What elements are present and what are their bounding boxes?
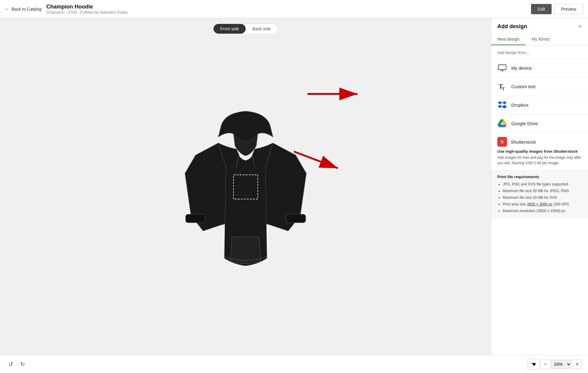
my-device-icon	[497, 63, 507, 73]
back-label: Back to Catalog	[12, 7, 42, 12]
print-req-item: JPG, PNG and SVG file types supported	[503, 182, 582, 187]
main-layout: Front side Back side	[0, 18, 588, 355]
print-req-item: Maximum file size 20 MB for SVG	[503, 195, 582, 200]
my-device-option[interactable]: My device	[491, 58, 588, 77]
google-drive-label: Google Drive	[511, 121, 538, 126]
side-tabs: Front side Back side	[213, 24, 278, 34]
svg-rect-11	[498, 65, 506, 70]
shutterstock-promo-text: Add images for free and pay for the imag…	[497, 155, 582, 166]
footer: ↺ ↻ ☚ − 24% 50% 75% 100% + Save product	[0, 355, 588, 373]
header-actions: Edit Preview	[531, 4, 583, 14]
hoodie-container	[0, 34, 491, 355]
svg-rect-1	[186, 214, 205, 223]
tab-front-side[interactable]: Front side	[213, 24, 246, 34]
print-req-item: Print area size 3600 × 3086 px (300 DPI)	[503, 201, 582, 207]
redo-button[interactable]: ↻	[18, 360, 27, 369]
zoom-select[interactable]: 24% 50% 75% 100%	[551, 360, 571, 369]
panel-header: Add design ×	[491, 18, 588, 30]
print-req-item: Maximum resolution 23000 x 23000 px	[503, 208, 582, 214]
print-req-item: Maximum file size 50 MB for JPEG, PNG	[503, 188, 582, 194]
shutterstock-icon: S	[497, 137, 507, 147]
panel-tabs: New design My library	[491, 34, 588, 45]
hand-icon: ☚	[531, 361, 536, 367]
hand-tool-button[interactable]: ☚	[528, 359, 539, 370]
toolbar-left: ↺ ↻	[6, 360, 27, 369]
right-panel: Add design × New design My library Add d…	[491, 18, 588, 355]
panel-title: Add design	[497, 23, 527, 30]
my-device-label: My device	[511, 65, 532, 71]
dropbox-label: Dropbox	[511, 102, 529, 108]
header: ← Back to Catalog Champion Hoodie Champi…	[0, 0, 588, 18]
google-drive-icon	[497, 118, 507, 128]
tab-back-side[interactable]: Back side	[246, 24, 277, 34]
preview-button[interactable]: Preview	[554, 4, 583, 14]
hoodie-illustration	[173, 107, 318, 282]
print-req-title: Print file requirements	[497, 175, 582, 179]
panel-body: Add design from... My device T	[491, 45, 588, 224]
product-subtitle: Champion · S700 · Fulfilled by Awkward S…	[46, 10, 128, 15]
canvas-area: Front side Back side	[0, 18, 491, 355]
product-title: Champion Hoodie	[46, 4, 128, 10]
shutterstock-title[interactable]: Shutterstock	[511, 139, 536, 145]
shutterstock-section: S Shutterstock Use high-quality images f…	[491, 132, 588, 170]
tab-new-design[interactable]: New design	[491, 34, 526, 45]
svg-marker-17	[498, 101, 502, 104]
custom-text-option[interactable]: T T Custom text	[491, 77, 588, 95]
shutterstock-header: S Shutterstock	[497, 137, 582, 147]
toolbar-right: ☚ − 24% 50% 75% 100% +	[528, 359, 582, 370]
dropbox-option[interactable]: Dropbox	[491, 95, 588, 114]
google-drive-option[interactable]: Google Drive	[491, 114, 588, 132]
custom-text-label: Custom text	[511, 84, 536, 89]
zoom-in-button[interactable]: +	[573, 359, 582, 369]
zoom-out-button[interactable]: −	[540, 359, 550, 369]
tab-my-library[interactable]: My library	[526, 34, 556, 45]
custom-text-icon: T T	[497, 82, 507, 91]
dropbox-icon	[497, 100, 507, 110]
product-info: Champion Hoodie Champion · S700 · Fulfil…	[46, 4, 128, 15]
edit-button[interactable]: Edit	[531, 4, 552, 14]
shutterstock-promo-title: Use high-quality images from Shutterstoc…	[497, 149, 582, 154]
svg-rect-2	[286, 214, 306, 223]
print-requirements: Print file requirements JPG, PNG and SVG…	[491, 170, 588, 219]
back-to-catalog-link[interactable]: ← Back to Catalog	[5, 6, 42, 12]
svg-marker-18	[502, 101, 507, 104]
close-panel-button[interactable]: ×	[578, 23, 582, 30]
svg-marker-19	[498, 105, 502, 108]
back-arrow-icon: ←	[5, 6, 10, 12]
add-design-label: Add design from...	[491, 50, 588, 58]
print-req-list: JPG, PNG and SVG file types supportedMax…	[497, 182, 582, 214]
undo-button[interactable]: ↺	[6, 360, 15, 369]
svg-text:T: T	[502, 87, 505, 90]
footer-toolbar: ↺ ↻ ☚ − 24% 50% 75% 100% +	[0, 355, 588, 373]
